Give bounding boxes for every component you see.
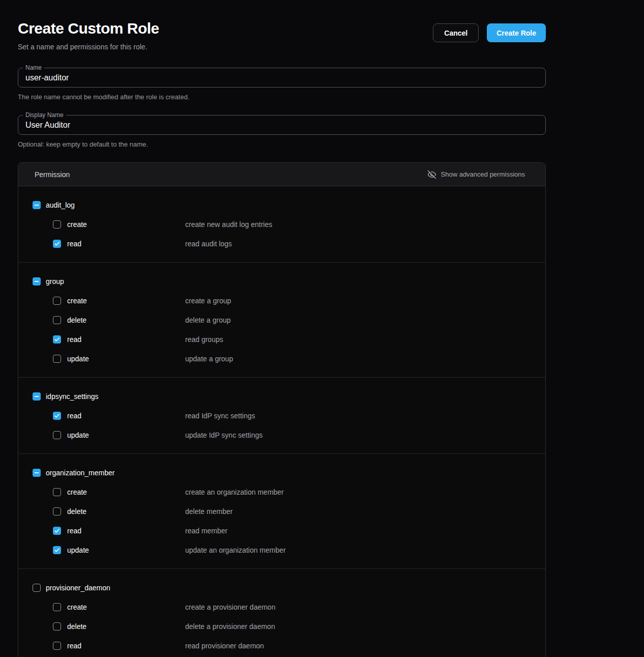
display-name-input[interactable]: User Auditor bbox=[18, 121, 70, 130]
provisioner_daemon-read-row: readread provisioner daemon bbox=[18, 636, 545, 655]
permission-column-header: Permission bbox=[35, 170, 70, 179]
idpsync_settings-group-label[interactable]: idpsync_settings bbox=[46, 392, 99, 401]
group-update-row: updateupdate a group bbox=[18, 349, 545, 368]
audit_log-create-checkbox[interactable] bbox=[53, 220, 61, 228]
provisioner_daemon-read-description: read provisioner daemon bbox=[185, 642, 264, 650]
show-advanced-permissions-toggle[interactable]: Show advanced permissions bbox=[427, 170, 525, 179]
group-read-checkbox[interactable] bbox=[53, 335, 61, 344]
idpsync_settings-update-description: update IdP sync settings bbox=[185, 431, 262, 439]
organization_member-read-row: readread member bbox=[18, 521, 545, 540]
permission-group-provisioner_daemon: provisioner_daemoncreatecreate a provisi… bbox=[18, 568, 545, 657]
group-create-description: create a group bbox=[185, 297, 231, 305]
organization_member-delete-label[interactable]: delete bbox=[67, 507, 185, 516]
eye-off-icon bbox=[427, 170, 436, 179]
display-name-field-group: Display Name User Auditor Optional: keep… bbox=[18, 115, 546, 148]
organization_member-group-label[interactable]: organization_member bbox=[46, 469, 114, 477]
group-delete-label[interactable]: delete bbox=[67, 316, 185, 324]
permission-group-organization_member: organization_membercreatecreate an organ… bbox=[18, 453, 545, 568]
page-heading-block: Create Custom Role Set a name and permis… bbox=[18, 19, 159, 51]
organization_member-create-label[interactable]: create bbox=[67, 488, 185, 496]
group-read-row: readread groups bbox=[18, 330, 545, 349]
provisioner_daemon-delete-description: delete a provisioner daemon bbox=[185, 622, 275, 631]
group-update-checkbox[interactable] bbox=[53, 355, 61, 363]
idpsync_settings-update-checkbox[interactable] bbox=[53, 431, 61, 439]
organization_member-delete-checkbox[interactable] bbox=[53, 507, 61, 516]
provisioner_daemon-read-checkbox[interactable] bbox=[53, 642, 61, 650]
audit_log-create-label[interactable]: create bbox=[67, 220, 185, 228]
group-read-description: read groups bbox=[185, 335, 223, 344]
group-delete-description: delete a group bbox=[185, 316, 231, 324]
name-input[interactable]: user-auditor bbox=[18, 73, 69, 82]
provisioner_daemon-delete-checkbox[interactable] bbox=[53, 622, 61, 631]
organization_member-update-label[interactable]: update bbox=[67, 546, 185, 554]
cancel-button[interactable]: Cancel bbox=[433, 23, 479, 42]
permission-group-header-group: group bbox=[18, 272, 545, 291]
organization_member-update-row: updateupdate an organization member bbox=[18, 540, 545, 560]
group-create-checkbox[interactable] bbox=[53, 297, 61, 305]
provisioner_daemon-create-description: create a provisioner daemon bbox=[185, 603, 275, 611]
organization_member-create-description: create an organization member bbox=[185, 488, 284, 496]
header-actions: Cancel Create Role bbox=[433, 23, 546, 42]
provisioner_daemon-read-label[interactable]: read bbox=[67, 642, 185, 650]
permission-group-group: groupcreatecreate a groupdeletedelete a … bbox=[18, 262, 545, 377]
permissions-table-header: Permission Show advanced permissions bbox=[18, 163, 545, 186]
provisioner_daemon-group-label[interactable]: provisioner_daemon bbox=[46, 584, 110, 592]
audit_log-group-label[interactable]: audit_log bbox=[46, 201, 75, 209]
organization_member-read-label[interactable]: read bbox=[67, 527, 185, 535]
name-field-label: Name bbox=[23, 64, 44, 71]
audit_log-read-label[interactable]: read bbox=[67, 240, 185, 248]
create-custom-role-page: Create Custom Role Set a name and permis… bbox=[18, 0, 546, 657]
permission-group-idpsync_settings: idpsync_settingsreadread IdP sync settin… bbox=[18, 377, 545, 453]
organization_member-read-description: read member bbox=[185, 527, 227, 535]
group-group-checkbox[interactable] bbox=[33, 277, 41, 285]
page-subtitle: Set a name and permissions for this role… bbox=[18, 42, 159, 51]
audit_log-group-checkbox[interactable] bbox=[33, 201, 41, 209]
audit_log-read-row: readread audit logs bbox=[18, 234, 545, 253]
organization_member-read-checkbox[interactable] bbox=[53, 527, 61, 535]
idpsync_settings-update-label[interactable]: update bbox=[67, 431, 185, 439]
audit_log-create-row: createcreate new audit log entries bbox=[18, 215, 545, 234]
display-name-field[interactable]: Display Name User Auditor bbox=[18, 115, 546, 135]
provisioner_daemon-delete-label[interactable]: delete bbox=[67, 622, 185, 631]
audit_log-read-checkbox[interactable] bbox=[53, 240, 61, 248]
idpsync_settings-read-label[interactable]: read bbox=[67, 412, 185, 420]
provisioner_daemon-delete-row: deletedelete a provisioner daemon bbox=[18, 617, 545, 636]
group-delete-checkbox[interactable] bbox=[53, 316, 61, 324]
group-update-label[interactable]: update bbox=[67, 355, 185, 363]
create-role-button[interactable]: Create Role bbox=[487, 23, 546, 42]
idpsync_settings-group-checkbox[interactable] bbox=[33, 392, 41, 401]
organization_member-create-checkbox[interactable] bbox=[53, 488, 61, 496]
permissions-table: Permission Show advanced permissions aud… bbox=[18, 162, 546, 657]
permissions-table-body: audit_logcreatecreate new audit log entr… bbox=[18, 186, 545, 657]
permission-group-header-audit_log: audit_log bbox=[18, 195, 545, 215]
idpsync_settings-read-row: readread IdP sync settings bbox=[18, 406, 545, 425]
organization_member-delete-row: deletedelete member bbox=[18, 502, 545, 521]
group-create-label[interactable]: create bbox=[67, 297, 185, 305]
group-create-row: createcreate a group bbox=[18, 291, 545, 310]
name-field[interactable]: Name user-auditor bbox=[18, 68, 546, 88]
provisioner_daemon-create-checkbox[interactable] bbox=[53, 603, 61, 611]
page-title: Create Custom Role bbox=[18, 19, 159, 38]
group-group-label[interactable]: group bbox=[46, 277, 64, 285]
page-header: Create Custom Role Set a name and permis… bbox=[18, 19, 546, 51]
provisioner_daemon-create-row: createcreate a provisioner daemon bbox=[18, 597, 545, 617]
idpsync_settings-read-checkbox[interactable] bbox=[53, 412, 61, 420]
audit_log-read-description: read audit logs bbox=[185, 240, 232, 248]
organization_member-create-row: createcreate an organization member bbox=[18, 482, 545, 502]
display-name-field-label: Display Name bbox=[23, 111, 66, 119]
group-update-description: update a group bbox=[185, 355, 233, 363]
name-helper-text: The role name cannot be modified after t… bbox=[18, 93, 546, 101]
organization_member-delete-description: delete member bbox=[185, 507, 232, 516]
provisioner_daemon-create-label[interactable]: create bbox=[67, 603, 185, 611]
idpsync_settings-read-description: read IdP sync settings bbox=[185, 412, 255, 420]
show-advanced-permissions-label: Show advanced permissions bbox=[441, 170, 525, 178]
name-field-group: Name user-auditor The role name cannot b… bbox=[18, 68, 546, 101]
provisioner_daemon-group-checkbox[interactable] bbox=[33, 584, 41, 592]
group-read-label[interactable]: read bbox=[67, 335, 185, 344]
group-delete-row: deletedelete a group bbox=[18, 310, 545, 330]
organization_member-group-checkbox[interactable] bbox=[33, 469, 41, 477]
permission-group-header-idpsync_settings: idpsync_settings bbox=[18, 387, 545, 406]
organization_member-update-checkbox[interactable] bbox=[53, 546, 61, 554]
idpsync_settings-update-row: updateupdate IdP sync settings bbox=[18, 425, 545, 445]
permission-group-header-organization_member: organization_member bbox=[18, 463, 545, 482]
